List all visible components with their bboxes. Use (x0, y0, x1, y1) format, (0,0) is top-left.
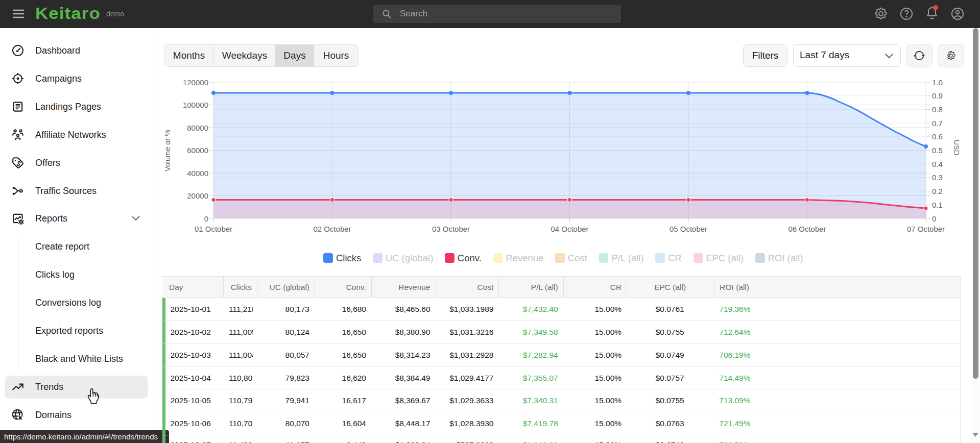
svg-text:0.3: 0.3 (932, 173, 943, 182)
svg-text:06 October: 06 October (788, 225, 826, 233)
svg-text:0.4: 0.4 (932, 160, 943, 168)
svg-text:100000: 100000 (183, 101, 208, 109)
svg-text:40000: 40000 (187, 169, 208, 178)
svg-text:20000: 20000 (187, 191, 208, 200)
svg-text:0.9: 0.9 (932, 91, 943, 100)
svg-text:0: 0 (932, 214, 936, 223)
svg-text:1.0: 1.0 (932, 78, 943, 87)
svg-text:04 October: 04 October (551, 225, 588, 233)
svg-text:0.6: 0.6 (932, 132, 943, 141)
svg-text:80000: 80000 (187, 124, 208, 132)
svg-text:0.5: 0.5 (932, 146, 943, 155)
svg-text:01 October: 01 October (195, 225, 232, 233)
svg-text:0.1: 0.1 (932, 201, 943, 209)
svg-text:USD: USD (952, 140, 961, 156)
svg-text:0.8: 0.8 (932, 105, 943, 114)
svg-text:0: 0 (204, 214, 208, 223)
svg-text:0.2: 0.2 (932, 187, 943, 195)
svg-text:02 October: 02 October (313, 225, 351, 233)
svg-text:05 October: 05 October (670, 225, 707, 233)
svg-text:Volume or %: Volume or % (163, 130, 172, 171)
svg-text:03 October: 03 October (432, 225, 470, 233)
svg-text:60000: 60000 (187, 146, 208, 155)
svg-text:120000: 120000 (183, 78, 208, 87)
svg-text:07 October: 07 October (907, 225, 945, 233)
svg-text:0.7: 0.7 (932, 119, 943, 128)
